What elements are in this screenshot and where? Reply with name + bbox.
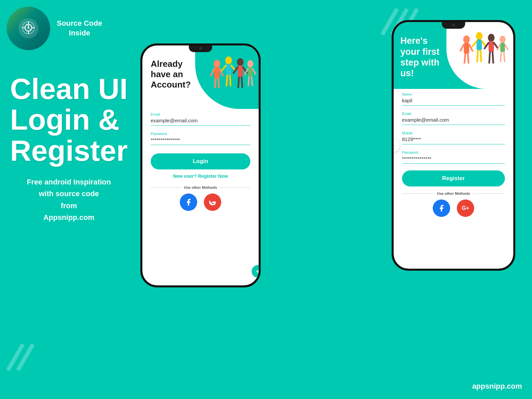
- mobile-field-group: Mobile 8129****: [402, 131, 505, 144]
- logo-area: Source Code Inside: [7, 7, 102, 50]
- svg-line-45: [477, 50, 478, 61]
- name-label: Name: [402, 92, 505, 96]
- phone-notch-login: [189, 45, 212, 52]
- left-divider: [151, 187, 181, 188]
- reg-left-divider: [402, 193, 434, 194]
- svg-line-12: [211, 69, 214, 76]
- register-form: Name kapil Email example@email.com Mobil…: [394, 89, 513, 220]
- reg-password-value[interactable]: ***************: [402, 156, 505, 164]
- svg-point-22: [237, 58, 244, 66]
- mobile-label: Mobile: [402, 131, 505, 135]
- svg-point-53: [500, 36, 506, 43]
- login-screen: Already have an Account? Email example@e…: [142, 45, 259, 285]
- reg-email-field-group: Email example@email.com: [402, 112, 505, 125]
- email-value[interactable]: example@email.com: [151, 118, 250, 126]
- svg-line-32: [248, 77, 249, 86]
- facebook-button-register[interactable]: [433, 200, 450, 217]
- svg-point-47: [488, 34, 495, 42]
- svg-line-20: [227, 76, 227, 86]
- login-form: Email example@email.com Password *******…: [142, 112, 259, 211]
- svg-line-57: [501, 52, 501, 61]
- use-other-methods-section: Use other Methods: [151, 185, 250, 189]
- android-logo-circle: [7, 7, 50, 50]
- password-label: Password: [151, 132, 250, 136]
- reg-password-field-group: Password ***************: [402, 150, 505, 164]
- svg-line-33: [252, 77, 252, 86]
- social-buttons-login: g+: [151, 193, 250, 211]
- svg-line-15: [218, 79, 219, 87]
- email-label: Email: [151, 112, 250, 116]
- password-field-group: Password ***************: [151, 132, 250, 145]
- svg-line-38: [469, 44, 473, 51]
- facebook-button-login[interactable]: [180, 193, 197, 211]
- name-field-group: Name kapil: [402, 92, 505, 106]
- svg-line-14: [215, 79, 216, 87]
- svg-line-31: [253, 69, 256, 74]
- svg-line-58: [504, 52, 505, 61]
- reg-use-other-methods-section: Use other Methods: [402, 191, 505, 195]
- svg-line-52: [493, 52, 493, 63]
- svg-point-28: [247, 60, 253, 68]
- svg-line-21: [230, 76, 231, 86]
- svg-line-43: [473, 41, 477, 46]
- social-buttons-register: G+: [402, 200, 505, 217]
- svg-line-19: [231, 65, 235, 71]
- right-divider: [220, 187, 251, 188]
- svg-rect-29: [248, 67, 253, 77]
- login-button[interactable]: Login: [151, 153, 250, 169]
- reg-email-value[interactable]: example@email.com: [402, 117, 505, 125]
- svg-point-10: [214, 60, 220, 68]
- phone-login-mockup: Already have an Account? Email example@e…: [140, 43, 261, 287]
- google-plus-button-register[interactable]: G+: [457, 200, 474, 217]
- reg-email-label: Email: [402, 112, 505, 116]
- svg-line-39: [464, 54, 465, 63]
- new-user-link[interactable]: New user? Register Now: [151, 173, 250, 179]
- people-illustration-register: [456, 25, 512, 76]
- register-header: Here's your first step with us!: [394, 22, 513, 89]
- mobile-value[interactable]: 8129****: [402, 136, 505, 144]
- register-screen: Here's your first step with us!: [394, 22, 513, 269]
- svg-text:g+: g+: [211, 201, 215, 205]
- domain-label: appsnipp.com: [472, 382, 522, 391]
- svg-point-41: [476, 32, 483, 40]
- register-button[interactable]: Register: [402, 170, 505, 186]
- use-other-methods-label: Use other Methods: [184, 185, 217, 189]
- svg-line-51: [489, 52, 490, 63]
- svg-line-37: [460, 44, 464, 51]
- phone-notch-register: [442, 22, 465, 29]
- subtitle-text: Free android Inspiration with source cod…: [10, 176, 128, 223]
- reg-right-divider: [473, 193, 505, 194]
- svg-line-56: [505, 44, 508, 50]
- svg-line-46: [481, 50, 481, 61]
- svg-line-50: [494, 43, 498, 48]
- already-account-text: Already have an Account?: [151, 59, 191, 90]
- svg-point-16: [225, 56, 232, 64]
- android-studio-icon: [17, 17, 40, 40]
- email-field-group: Email example@email.com: [151, 112, 250, 126]
- google-plus-button-login[interactable]: g+: [204, 193, 221, 211]
- svg-line-44: [482, 41, 486, 46]
- left-content-area: Clean UI Login & Register Free android I…: [10, 74, 128, 223]
- svg-line-40: [468, 54, 469, 63]
- main-title: Clean UI Login & Register: [10, 74, 128, 166]
- name-value[interactable]: kapil: [402, 98, 505, 106]
- reg-password-label: Password: [402, 150, 505, 154]
- people-illustration-login: [207, 49, 257, 99]
- svg-line-26: [238, 77, 239, 87]
- reg-use-other-label: Use other Methods: [437, 191, 470, 195]
- svg-line-18: [222, 65, 226, 71]
- source-code-label: Source Code Inside: [57, 19, 102, 38]
- svg-point-35: [463, 35, 470, 43]
- phone-register-mockup: Here's your first step with us!: [392, 20, 515, 271]
- svg-point-9: [28, 27, 29, 29]
- svg-line-27: [242, 77, 242, 87]
- password-value[interactable]: ***************: [151, 137, 250, 145]
- svg-rect-54: [500, 43, 505, 52]
